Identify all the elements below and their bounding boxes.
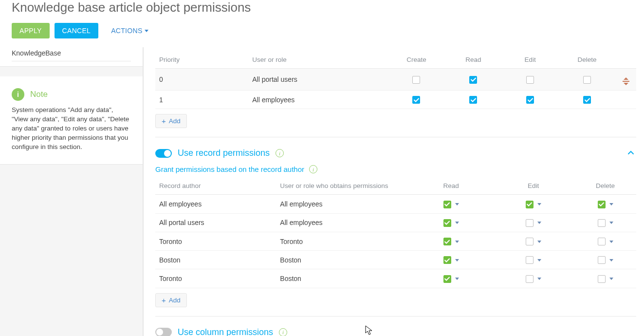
cell-record-author: Boston — [155, 251, 276, 269]
table-row[interactable]: 1All employees — [155, 91, 636, 109]
col-priority: Priority — [155, 51, 248, 69]
col-edit: Edit — [492, 177, 574, 195]
table-row[interactable]: All portal usersAll employees — [155, 213, 636, 232]
column-permissions-title: Use column permissions — [178, 327, 273, 336]
checkbox[interactable] — [526, 238, 534, 245]
cell-user-or-role: All employees — [248, 91, 388, 109]
col-delete: Delete — [574, 177, 636, 195]
col-record-author: Record author — [155, 177, 276, 195]
col-delete: Delete — [559, 51, 616, 69]
checkbox[interactable] — [598, 201, 606, 208]
checkbox[interactable] — [526, 201, 534, 208]
plus-icon: + — [162, 297, 166, 304]
object-permissions-table: Priority User or role Create Read Edit D… — [155, 51, 636, 109]
cell-obtains: All employees — [276, 213, 410, 232]
dropdown-icon[interactable] — [537, 203, 541, 205]
checkbox[interactable] — [526, 96, 534, 104]
dropdown-icon[interactable] — [455, 241, 459, 243]
col-obtains: User or role who obtains permissions — [276, 177, 410, 195]
col-create: Create — [388, 51, 445, 69]
record-permissions-table: Record author User or role who obtains p… — [155, 177, 636, 288]
col-edit: Edit — [502, 51, 559, 69]
cell-user-or-role: All portal users — [248, 69, 388, 91]
col-read: Read — [445, 51, 502, 69]
actions-menu-button[interactable]: Actions — [103, 23, 156, 38]
cell-record-author: Toronto — [155, 232, 276, 250]
dropdown-icon[interactable] — [609, 203, 613, 205]
checkbox[interactable] — [443, 201, 451, 208]
col-user-or-role: User or role — [248, 51, 388, 69]
cell-record-author: All portal users — [155, 213, 276, 232]
dropdown-icon[interactable] — [537, 222, 541, 224]
record-permissions-toggle[interactable] — [155, 149, 172, 158]
info-icon[interactable]: i — [276, 149, 284, 157]
checkbox[interactable] — [583, 76, 591, 84]
note-title: Note — [30, 90, 48, 99]
record-permissions-section: Use record permissions i Grant permissio… — [155, 137, 636, 316]
record-permissions-title: Use record permissions — [178, 148, 270, 158]
action-bar: Apply Cancel Actions — [12, 23, 632, 38]
add-label: Add — [169, 117, 181, 125]
cell-obtains: Toronto — [276, 232, 410, 250]
page-title: Knowledge base article object permission… — [12, 0, 632, 15]
cell-record-author: Toronto — [155, 269, 276, 288]
cell-obtains: Boston — [276, 269, 410, 288]
actions-menu-label: Actions — [111, 27, 142, 35]
checkbox[interactable] — [598, 256, 606, 264]
main-panel: Priority User or role Create Read Edit D… — [144, 47, 644, 336]
col-read: Read — [410, 177, 492, 195]
table-row[interactable]: TorontoToronto — [155, 232, 636, 250]
checkbox[interactable] — [469, 96, 477, 104]
checkbox[interactable] — [443, 219, 451, 227]
sidebar: KnowledgeBase i Note System operations "… — [0, 47, 144, 336]
dropdown-icon[interactable] — [537, 241, 541, 243]
dropdown-icon[interactable] — [609, 222, 613, 224]
checkbox[interactable] — [412, 96, 420, 104]
apply-button[interactable]: Apply — [12, 23, 50, 38]
plus-icon: + — [162, 117, 166, 125]
checkbox[interactable] — [583, 96, 591, 104]
checkbox[interactable] — [526, 256, 534, 264]
drag-handle-icon[interactable] — [623, 77, 629, 85]
add-object-permission-button[interactable]: + Add — [155, 114, 187, 128]
table-row[interactable]: 0All portal users — [155, 69, 636, 91]
cell-obtains: All employees — [276, 195, 410, 213]
dropdown-icon[interactable] — [455, 259, 459, 261]
dropdown-icon[interactable] — [455, 222, 459, 224]
dropdown-icon[interactable] — [609, 241, 613, 243]
checkbox[interactable] — [526, 275, 534, 283]
note-body: System operations "Add any data", "View … — [12, 106, 131, 159]
checkbox[interactable] — [443, 275, 451, 283]
checkbox[interactable] — [443, 256, 451, 264]
dropdown-icon[interactable] — [609, 259, 613, 261]
checkbox[interactable] — [412, 76, 420, 84]
column-permissions-section: Use column permissions i — [155, 316, 636, 336]
table-row[interactable]: TorontoBoston — [155, 269, 636, 288]
collapse-icon[interactable] — [627, 149, 634, 157]
dropdown-icon[interactable] — [609, 278, 613, 280]
checkbox[interactable] — [526, 76, 534, 84]
dropdown-icon[interactable] — [455, 278, 459, 280]
checkbox[interactable] — [598, 238, 606, 245]
record-permissions-subtitle: Grant permissions based on the record au… — [155, 165, 304, 173]
column-permissions-toggle[interactable] — [155, 328, 172, 336]
checkbox[interactable] — [598, 219, 606, 227]
cancel-button[interactable]: Cancel — [55, 23, 99, 38]
info-icon[interactable]: i — [279, 328, 287, 336]
checkbox[interactable] — [469, 76, 477, 84]
table-row[interactable]: BostonBoston — [155, 251, 636, 269]
checkbox[interactable] — [526, 219, 534, 227]
info-icon: i — [12, 88, 24, 101]
table-row[interactable]: All employeesAll employees — [155, 195, 636, 213]
checkbox[interactable] — [443, 238, 451, 245]
checkbox[interactable] — [598, 275, 606, 283]
dropdown-icon[interactable] — [537, 278, 541, 280]
dropdown-icon[interactable] — [455, 203, 459, 205]
caret-down-icon — [145, 30, 148, 32]
object-name-field[interactable]: KnowledgeBase — [12, 47, 131, 61]
dropdown-icon[interactable] — [537, 259, 541, 261]
cell-record-author: All employees — [155, 195, 276, 213]
add-label: Add — [169, 297, 181, 304]
info-icon[interactable]: i — [309, 165, 317, 173]
add-record-permission-button[interactable]: + Add — [155, 293, 187, 307]
